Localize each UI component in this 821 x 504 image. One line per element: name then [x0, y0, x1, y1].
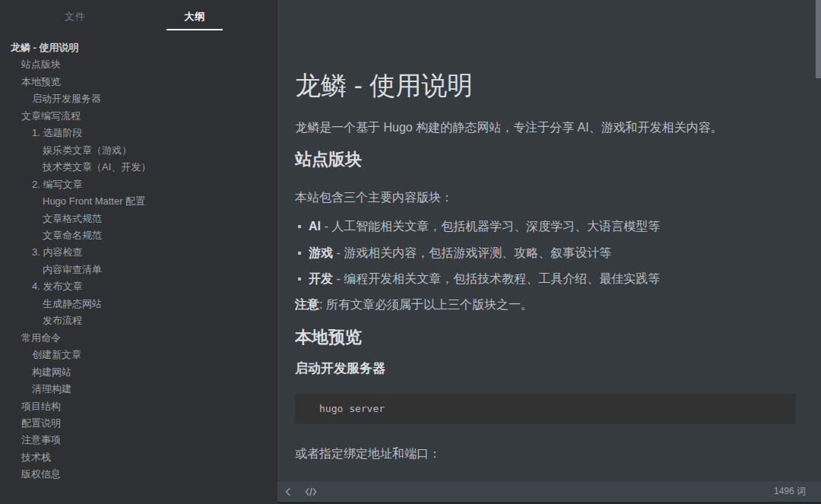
outline-item[interactable]: 文章命名规范 [0, 227, 277, 244]
doc-title[interactable]: 龙鳞 - 使用说明 [295, 70, 796, 101]
sidebar: 文件 大纲 龙鳞 - 使用说明 站点版块 本地预览 启动开发服务器 文章编写流程 [0, 0, 277, 504]
outline-item-label: 文章编写流程 [21, 110, 81, 122]
tab-files-label: 文件 [65, 10, 86, 24]
outline-item[interactable]: 注意事项 [0, 432, 277, 449]
editor-pane: 龙鳞 - 使用说明 龙鳞是一个基于 Hugo 构建的静态网站，专注于分享 AI、… [277, 0, 821, 504]
outline-item-label: 4. 发布文章 [32, 281, 82, 292]
outline-item-label: 构建网站 [32, 366, 71, 378]
active-tab-underline [166, 29, 223, 30]
list-item-term: AI [309, 220, 321, 233]
list-item[interactable]: AI - 人工智能相关文章，包括机器学习、深度学习、大语言模型等 [309, 218, 796, 235]
outline-item-label: 龙鳞 - 使用说明 [11, 42, 79, 53]
outline-item[interactable]: 本地预览 [0, 74, 277, 90]
outline-item-label: 2. 编写文章 [32, 179, 82, 190]
outline-item[interactable]: 娱乐类文章（游戏） [0, 142, 277, 159]
outline-item-label: 1. 选题阶段 [32, 127, 82, 138]
status-bar: 1496 词 [277, 481, 821, 502]
outline-item[interactable]: 4. 发布文章 [0, 278, 277, 295]
outline-item-label: 创建新文章 [32, 349, 81, 360]
outline-item-label: 技术类文章（AI、开发） [43, 161, 151, 173]
note-paragraph[interactable]: 注意: 所有文章必须属于以上三个版块之一。 [295, 296, 796, 313]
document-body[interactable]: 龙鳞 - 使用说明 龙鳞是一个基于 Hugo 构建的静态网站，专注于分享 AI、… [295, 0, 796, 463]
heading-dev-server[interactable]: 启动开发服务器 [295, 360, 796, 378]
outline-item[interactable]: 2. 编写文章 [0, 176, 277, 193]
outline-item[interactable]: 技术栈 [0, 449, 277, 466]
chevron-left-icon[interactable] [284, 487, 293, 496]
outline-item-label: 3. 内容检查 [32, 246, 82, 258]
outline-item-label: 启动开发服务器 [32, 93, 101, 104]
outline-item-label: 生成静态网站 [43, 298, 102, 309]
list-item-desc: - 人工智能相关文章，包括机器学习、深度学习、大语言模型等 [321, 220, 660, 233]
outline-item-label: 内容审查清单 [43, 264, 102, 275]
note-term: 注意 [295, 298, 319, 311]
outline-item[interactable]: 文章编写流程 [0, 108, 277, 125]
outline-item-label: 文章格式规范 [43, 213, 102, 224]
outline-item-label: 常用命令 [21, 332, 61, 344]
tab-outline[interactable]: 大纲 [135, 0, 255, 33]
tab-files[interactable]: 文件 [15, 0, 135, 33]
outline-item[interactable]: Hugo Front Matter 配置 [0, 193, 277, 210]
outline-item[interactable]: 文章格式规范 [0, 211, 277, 227]
outline-item[interactable]: 3. 内容检查 [0, 244, 277, 261]
list-item-desc: - 编程开发相关文章，包括技术教程、工具介绍、最佳实践等 [333, 272, 660, 285]
outline-item-label: 注意事项 [21, 434, 61, 445]
outline-item[interactable]: 版权信息 [0, 466, 277, 483]
outline-item-label: 清理构建 [32, 383, 71, 395]
code-block[interactable]: hugo server [295, 394, 796, 424]
outline-item[interactable]: 构建网站 [0, 364, 277, 381]
outline-item-label: 技术栈 [21, 452, 51, 463]
word-count[interactable]: 1496 词 [774, 485, 806, 498]
outline-item[interactable]: 常用命令 [0, 330, 277, 347]
list-item[interactable]: 开发 - 编程开发相关文章，包括技术教程、工具介绍、最佳实践等 [309, 271, 796, 287]
note-rest: : 所有文章必须属于以上三个版块之一。 [319, 298, 533, 311]
typora-window: 文件 大纲 龙鳞 - 使用说明 站点版块 本地预览 启动开发服务器 文章编写流程 [0, 0, 821, 504]
outline-item[interactable]: 龙鳞 - 使用说明 [0, 40, 277, 56]
outline-item[interactable]: 1. 选题阶段 [0, 125, 277, 141]
outline-item[interactable]: 创建新文章 [0, 347, 277, 363]
outline-item-label: 站点版块 [21, 59, 61, 70]
outline-item[interactable]: 内容审查清单 [0, 262, 277, 278]
site-sections-lead[interactable]: 本站包含三个主要内容版块： [295, 189, 796, 206]
code-text: hugo server [319, 403, 385, 414]
tab-outline-label: 大纲 [184, 10, 205, 24]
outline-item-label: 本地预览 [21, 76, 61, 87]
outline-item-label: 配置说明 [21, 417, 61, 429]
list-item-term: 游戏 [309, 246, 333, 259]
outline-item-label: 文章命名规范 [43, 230, 102, 241]
outline-item[interactable]: 技术类文章（AI、开发） [0, 159, 277, 176]
outline-item-label: 娱乐类文章（游戏） [43, 144, 132, 156]
outline-item[interactable]: 项目结构 [0, 398, 277, 415]
outline-panel: 龙鳞 - 使用说明 站点版块 本地预览 启动开发服务器 文章编写流程 1. 选题… [0, 33, 277, 504]
list-item[interactable]: 游戏 - 游戏相关内容，包括游戏评测、攻略、叙事设计等 [309, 245, 796, 262]
outline-item[interactable]: 发布流程 [0, 312, 277, 329]
outline-item-label: 版权信息 [21, 468, 61, 480]
outline-item-label: Hugo Front Matter 配置 [43, 195, 145, 207]
source-code-mode-icon[interactable] [305, 487, 317, 496]
outline-item[interactable]: 生成静态网站 [0, 296, 277, 312]
outline-item[interactable]: 启动开发服务器 [0, 90, 277, 107]
outline-item[interactable]: 站点版块 [0, 56, 277, 73]
list-item-desc: - 游戏相关内容，包括游戏评测、攻略、叙事设计等 [333, 246, 611, 259]
list-item-term: 开发 [309, 272, 333, 285]
outline-item[interactable]: 清理构建 [0, 381, 277, 398]
outline-item-label: 项目结构 [21, 401, 61, 412]
status-bar-left [284, 487, 317, 496]
scrollbar-thumb[interactable] [816, 0, 821, 78]
site-sections-list: AI - 人工智能相关文章，包括机器学习、深度学习、大语言模型等游戏 - 游戏相… [295, 218, 796, 287]
outline-item[interactable]: 配置说明 [0, 415, 277, 432]
outline-item-label: 发布流程 [43, 315, 82, 326]
heading-site-sections[interactable]: 站点版块 [295, 148, 796, 171]
after-code-paragraph[interactable]: 或者指定绑定地址和端口： [295, 445, 796, 462]
heading-local-preview[interactable]: 本地预览 [295, 326, 796, 349]
intro-paragraph[interactable]: 龙鳞是一个基于 Hugo 构建的静态网站，专注于分享 AI、游戏和开发相关内容。 [295, 119, 796, 136]
sidebar-tabs: 文件 大纲 [0, 0, 277, 33]
